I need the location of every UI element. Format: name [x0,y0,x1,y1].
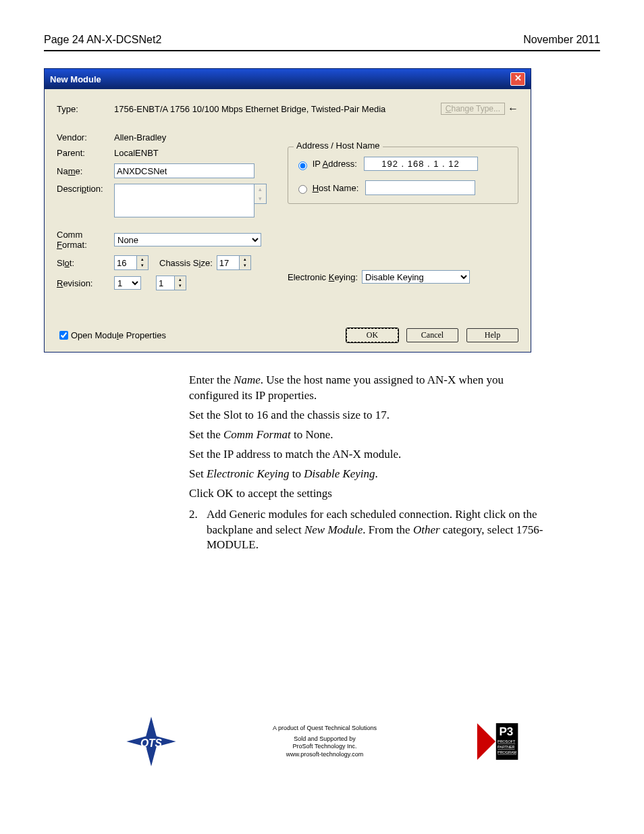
host-name-radio[interactable] [298,185,307,194]
host-name-input[interactable] [365,180,475,195]
electronic-keying-label: Electronic Keying: [288,272,358,282]
ip-address-input[interactable]: 192 . 168 . 1 . 12 [364,157,478,171]
comm-format-select[interactable]: None [114,233,261,246]
close-icon[interactable]: ✕ [510,72,525,86]
description-input[interactable] [114,184,254,217]
body-text: Enter the Name. Use the host name you as… [189,373,547,553]
chassis-size-input[interactable] [217,255,240,270]
cancel-button[interactable]: Cancel [406,328,458,342]
new-module-dialog: New Module ✕ Type: 1756-ENBT/A 1756 10/1… [44,68,531,353]
ip-address-radio[interactable] [298,161,307,170]
header-right: November 2011 [523,34,600,46]
vendor-label: Vendor: [57,132,114,142]
svg-text:PROSOFT: PROSOFT [498,740,516,744]
ok-button[interactable]: OK [346,328,398,342]
revision-label: Revision: [57,278,114,288]
chassis-size-spinner[interactable]: ▴▾ [217,255,251,270]
dialog-title: New Module [50,74,101,84]
svg-text:PARTNER: PARTNER [498,745,514,749]
revision-minor-input[interactable] [156,276,175,290]
svg-text:QTS: QTS [140,737,163,749]
open-module-properties-checkbox[interactable] [59,331,68,340]
svg-text:PROGRAM: PROGRAM [498,750,516,754]
header-left: Page 24 AN-X-DCSNet2 [44,34,161,46]
help-button[interactable]: Help [466,328,518,342]
arrow-left-icon: ← [508,103,518,115]
footer-text: A product of Quest Technical Solutions S… [273,725,377,759]
name-input[interactable] [114,163,254,178]
p3-logo: P3 PROSOFT PARTNER PROGRAM [472,721,519,762]
description-label: Description: [57,184,114,194]
chassis-size-label: Chassis Size: [159,258,213,268]
slot-label: Slot: [57,258,114,268]
name-label: Name: [57,166,114,176]
revision-minor-spinner[interactable]: ▴▾ [156,276,186,290]
parent-value: LocalENBT [114,148,159,158]
svg-text:P3: P3 [499,725,513,738]
host-name-label: Host Name: [313,183,359,193]
comm-format-label: Comm Format: [57,230,114,250]
qts-logo: QTS [125,715,178,768]
vendor-value: Allen-Bradley [114,132,166,142]
address-legend: Address / Host Name [294,140,383,151]
open-module-properties-label: Open Module Properties [71,330,166,340]
revision-major-select[interactable]: 1 [114,276,141,290]
slot-input[interactable] [114,255,137,270]
change-type-button: CChange Type...hange Type... [441,103,505,115]
ip-address-label: IP Address: [313,159,357,169]
list-number: 2. [189,507,207,554]
slot-spinner[interactable]: ▴▾ [114,255,149,270]
type-label: Type: [57,104,114,114]
titlebar: New Module ✕ [45,69,531,89]
type-value: 1756-ENBT/A 1756 10/100 Mbps Ethernet Br… [114,104,385,114]
address-hostname-group: Address / Host Name IP Address: 192 . 16… [288,147,518,204]
parent-label: Parent: [57,148,114,158]
svg-marker-2 [477,723,495,760]
electronic-keying-select[interactable]: Disable Keying [362,270,470,284]
list-text: Add Generic modules for each scheduled c… [207,507,547,554]
scrollbar[interactable]: ▴▾ [254,184,267,204]
